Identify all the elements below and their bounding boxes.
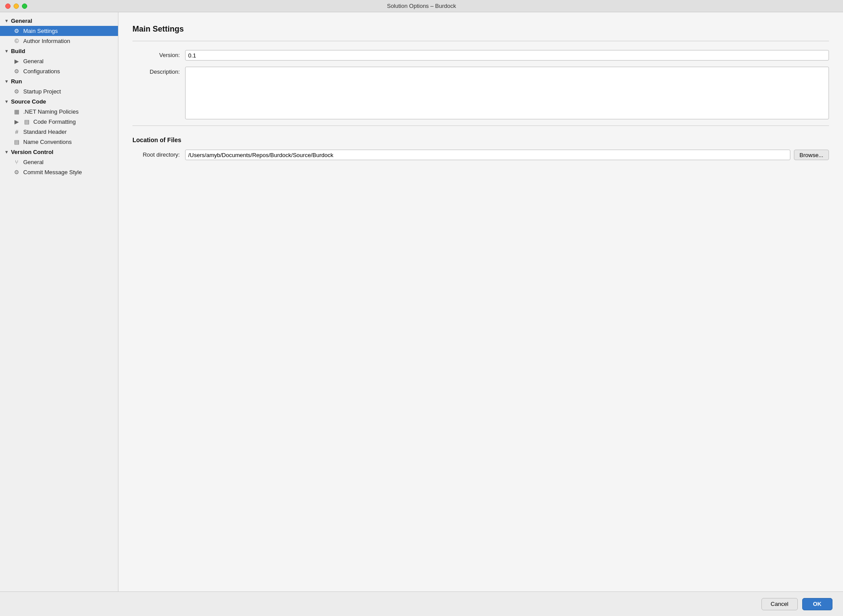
version-group: Version: (132, 50, 829, 61)
version-label: Version: (132, 50, 185, 58)
config-icon: ⚙ (13, 68, 20, 75)
sidebar-item-author-information[interactable]: © Author Information (0, 36, 118, 46)
root-dir-input[interactable] (185, 150, 790, 160)
divider-top (132, 41, 829, 41)
naming-icon: ▤ (13, 139, 20, 145)
description-input[interactable] (185, 67, 829, 119)
browse-button[interactable]: Browse... (794, 150, 829, 160)
section-label-version-control: Version Control (11, 149, 54, 155)
sidebar-section-version-control[interactable]: ▼ Version Control (0, 147, 118, 157)
content-area: Main Settings Version: Description: Loca… (118, 12, 843, 591)
sidebar-item-label-build-general: General (23, 58, 43, 64)
sidebar-item-main-settings[interactable]: ⚙ Main Settings (0, 26, 118, 36)
sidebar-item-standard-header[interactable]: # Standard Header (0, 127, 118, 137)
sidebar-item-configurations[interactable]: ⚙ Configurations (0, 66, 118, 76)
commit-icon: ⚙ (13, 169, 20, 175)
play-icon: ▶ (13, 58, 20, 64)
arrow-source-code: ▼ (4, 99, 9, 104)
arrow-run: ▼ (4, 79, 9, 84)
sidebar-item-label-author-information: Author Information (23, 38, 70, 44)
root-dir-label: Root directory: (132, 150, 185, 158)
sidebar-item-label-name-conventions: Name Conventions (23, 139, 72, 145)
section-label-general: General (11, 18, 32, 24)
title-bar: Solution Options – Burdock (0, 0, 843, 12)
root-dir-row: Browse... (185, 150, 829, 160)
bottom-bar: Cancel OK (0, 591, 843, 616)
sidebar-item-label-standard-header: Standard Header (23, 129, 67, 135)
sidebar-item-label-commit-message-style: Commit Message Style (23, 169, 82, 175)
arrow-version-control: ▼ (4, 150, 9, 154)
section-label-source-code: Source Code (11, 98, 46, 105)
location-section-title: Location of Files (132, 136, 829, 143)
branch-icon: ⑂ (13, 159, 20, 165)
minimize-button[interactable] (14, 4, 19, 9)
arrow-general: ▼ (4, 18, 9, 23)
root-dir-group: Root directory: Browse... (132, 150, 829, 160)
dialog-body: ▼ General ⚙ Main Settings © Author Infor… (0, 12, 843, 591)
version-input[interactable] (185, 50, 829, 61)
gear-icon: ⚙ (13, 28, 20, 34)
sidebar-item-label-code-formatting: Code Formatting (33, 118, 76, 125)
expand-icon: ▶ (13, 118, 20, 125)
sidebar-section-source-code[interactable]: ▼ Source Code (0, 97, 118, 107)
cancel-button[interactable]: Cancel (761, 598, 797, 610)
maximize-button[interactable] (22, 4, 27, 9)
description-label: Description: (132, 67, 185, 75)
sidebar-item-vc-general[interactable]: ⑂ General (0, 157, 118, 167)
code-formatting-icon: ▤ (23, 118, 30, 125)
traffic-lights (5, 4, 27, 9)
description-group: Description: (132, 67, 829, 119)
startup-icon: ⚙ (13, 88, 20, 95)
sidebar-item-code-formatting[interactable]: ▶ ▤ Code Formatting (0, 117, 118, 127)
sidebar-item-startup-project[interactable]: ⚙ Startup Project (0, 86, 118, 97)
sidebar-item-label-dotnet-naming: .NET Naming Policies (23, 108, 79, 115)
sidebar-item-label-startup-project: Startup Project (23, 88, 61, 95)
page-title: Main Settings (132, 25, 829, 34)
sidebar-item-name-conventions[interactable]: ▤ Name Conventions (0, 137, 118, 147)
ok-button[interactable]: OK (802, 598, 833, 610)
dotnet-icon: ▦ (13, 108, 20, 115)
sidebar-item-label-vc-general: General (23, 159, 43, 165)
sidebar-section-general[interactable]: ▼ General (0, 16, 118, 26)
close-button[interactable] (5, 4, 11, 9)
arrow-build: ▼ (4, 49, 9, 54)
hash-icon: # (13, 129, 20, 135)
author-icon: © (13, 38, 20, 44)
window-title: Solution Options – Burdock (387, 3, 456, 9)
divider-middle (132, 125, 829, 126)
sidebar-section-build[interactable]: ▼ Build (0, 46, 118, 56)
sidebar-item-label-main-settings: Main Settings (23, 28, 58, 34)
sidebar-item-dotnet-naming[interactable]: ▦ .NET Naming Policies (0, 107, 118, 117)
section-label-run: Run (11, 78, 22, 85)
sidebar-item-build-general[interactable]: ▶ General (0, 56, 118, 66)
sidebar-item-label-configurations: Configurations (23, 68, 60, 75)
section-label-build: Build (11, 48, 25, 54)
sidebar: ▼ General ⚙ Main Settings © Author Infor… (0, 12, 118, 591)
sidebar-section-run[interactable]: ▼ Run (0, 76, 118, 86)
sidebar-item-commit-message-style[interactable]: ⚙ Commit Message Style (0, 167, 118, 177)
